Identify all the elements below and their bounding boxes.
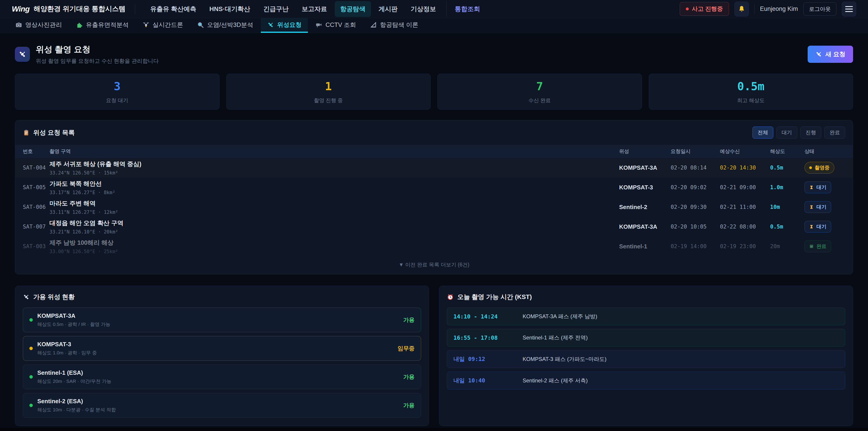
status-badge: 대기 [804,182,831,193]
expected-time: 02-21 11:00 [720,204,770,210]
satellite-state: 가용 [403,373,414,380]
pass-desc: Sentinel-2 패스 (제주 서측) [523,377,588,384]
nav-item-board[interactable]: 게시판 [373,1,403,17]
satellite-info: KOMPSAT-3 해상도 1.0m · 광학 · 임무 중 [37,341,97,356]
check-square-icon [809,244,814,249]
area-name: 마라도 주변 해역 [50,199,619,208]
status-cell: 대기 [804,221,845,233]
request-id: SAT-007 [23,223,50,230]
satellite-card[interactable]: Sentinel-2 (ESA) 해상도 10m · 다분광 · 수질 분석 적… [23,393,421,418]
expected-time: 02-22 08:00 [720,223,770,230]
nav-item-rescue[interactable]: 긴급구난 [258,1,294,17]
area-cell: 제주 남방 100해리 해상 33.00°N 126.50°E · 25km² [50,239,619,254]
nav-item-reports[interactable]: 보고자료 [296,1,333,17]
tab-cctv[interactable]: CCTV 조회 [309,18,362,33]
satellite-card[interactable]: KOMPSAT-3A 해상도 0.5m · 광학 / IR · 촬영 가능 가용 [23,308,421,332]
status-cell: 촬영중 [804,162,845,174]
page-subtitle: 위성 촬영 임무를 요청하고 수신 현황을 관리합니다 [36,57,159,65]
request-list-header: 위성 요청 목록 전체 대기 진행 완료 [15,120,853,145]
show-more-link[interactable]: ▼ 이전 완료 목록 더보기 (6건) [15,256,853,274]
tab-label: 오염/선박3D분석 [207,21,253,29]
table-row[interactable]: SAT-007 대정읍 해안 오염 확산 구역 33.21°N 126.10°E… [15,217,853,237]
tab-oil-area-analysis[interactable]: 유출유면적분석 [70,18,135,33]
area-name: 제주 남방 100해리 해상 [50,239,619,247]
satellite-name: KOMPSAT-3A [619,223,671,230]
satellite-card[interactable]: KOMPSAT-3 해상도 1.0m · 광학 · 임무 중 임무중 [23,336,421,361]
main-nav: 유출유 확산예측 HNS·대기확산 긴급구난 보고자료 항공탐색 게시판 기상정… [145,1,680,17]
table-row[interactable]: SAT-004 제주 서귀포 해상 (유출 해역 중심) 33.24°N 126… [15,158,853,178]
filter-done[interactable]: 완료 [825,127,845,138]
app-title: 해양환경 위기대응 통합시스템 [34,4,126,13]
satellite-desc: 해상도 1.0m · 광학 · 임무 중 [37,350,97,356]
filter-in-progress[interactable]: 진행 [800,127,821,138]
cctv-icon [315,22,322,28]
satellite-card[interactable]: Sentinel-1 (ESA) 해상도 20m · SAR · 야간/우천 가… [23,365,421,389]
area-cell: 제주 서귀포 해상 (유출 해역 중심) 33.24°N 126.50°E · … [50,160,619,176]
filter-waiting[interactable]: 대기 [776,127,797,138]
brand[interactable]: Wing 해양환경 위기대응 통합시스템 [12,4,125,13]
satellite-icon [23,294,30,300]
stat-label: 수신 완료 [440,97,640,104]
col-satellite: 위성 [619,148,671,155]
nav-item-aerial-search[interactable]: 항공탐색 [335,1,371,17]
pass-row[interactable]: 내일 10:40 Sentinel-2 패스 (제주 서측) [447,372,845,390]
satellite-name: KOMPSAT-3 [37,341,97,348]
page-header: 위성 촬영 요청 위성 촬영 임무를 요청하고 수신 현황을 관리합니다 새 요… [15,44,853,65]
status-label: 대기 [816,223,827,230]
stat-label: 요청 대기 [18,97,217,104]
area-coords: 33.17°N 126.27°E · 8km² [50,190,619,195]
nav-item-oil-spill[interactable]: 유출유 확산예측 [145,1,202,17]
pass-desc: KOMPSAT-3A 패스 (제주 남방) [523,313,597,320]
area-cell: 마라도 주변 해역 33.11°N 126.27°E · 12km² [50,199,619,215]
stat-card-pending: 3 요청 대기 [15,74,219,110]
alarm-clock-icon [447,294,454,300]
new-request-button[interactable]: 새 요청 [808,45,853,63]
pass-row[interactable]: 내일 09:12 KOMPSAT-3 패스 (가파도~마라도) [447,350,845,368]
stat-value: 0.5m [651,80,851,93]
pass-row[interactable]: 14:10 - 14:24 KOMPSAT-3A 패스 (제주 남방) [447,308,845,325]
pass-desc: Sentinel-1 패스 (제주 전역) [523,334,588,341]
tab-pollution-ship-3d[interactable]: 오염/선박3D분석 [191,18,259,33]
hamburger-icon [845,6,853,12]
magnifier-icon [197,22,204,28]
satellite-name: Sentinel-2 [619,204,671,211]
pass-times-panel: 오늘 촬영 가능 시간 (KST) 14:10 - 14:24 KOMPSAT-… [439,286,853,426]
stat-label: 촬영 진행 중 [229,97,428,104]
filter-all[interactable]: 전체 [752,127,773,138]
stat-value: 1 [229,80,428,93]
clipboard-icon [23,129,30,136]
sub-navigation: 영상사진관리 유출유면적분석 실시간드론 오염/선박3D분석 위성요청 [0,18,868,33]
table-row[interactable]: SAT-003 제주 남방 100해리 해상 33.00°N 126.50°E … [15,237,853,256]
table-row[interactable]: SAT-005 가파도 북쪽 해안선 33.17°N 126.27°E · 8k… [15,178,853,197]
pass-time: 14:10 - 14:24 [454,313,517,320]
pass-time: 내일 09:12 [454,355,517,363]
status-badge: 대기 [804,221,831,233]
nav-item-weather[interactable]: 기상정보 [405,1,441,17]
app-logo: Wing [12,4,30,13]
expected-time: 02-20 14:30 [720,164,770,171]
area-cell: 대정읍 해안 오염 확산 구역 33.21°N 126.10°E · 20km² [50,219,619,235]
notifications-button[interactable] [735,2,749,17]
satellite-name: KOMPSAT-3 [619,184,671,191]
pass-row[interactable]: 16:55 - 17:08 Sentinel-1 패스 (제주 전역) [447,329,845,346]
tab-realtime-drone[interactable]: 실시간드론 [136,18,189,33]
tab-image-photo-management[interactable]: 영상사진관리 [9,18,68,33]
area-name: 가파도 북쪽 해안선 [50,180,619,188]
pass-time: 16:55 - 17:08 [454,335,517,341]
resolution: 10m [770,204,804,210]
stat-card-received: 7 수신 완료 [437,74,642,110]
area-name: 대정읍 해안 오염 확산 구역 [50,219,619,227]
nav-item-integrated-search[interactable]: 통합조회 [446,1,486,17]
menu-button[interactable] [842,2,856,17]
tab-aerial-search-theory[interactable]: 항공탐색 이론 [364,18,425,33]
table-row[interactable]: SAT-006 마라도 주변 해역 33.11°N 126.27°E · 12k… [15,197,853,217]
hourglass-icon [809,224,814,229]
status-badge: 완료 [804,241,831,252]
tab-satellite-request[interactable]: 위성요청 [261,18,308,33]
tab-label: 유출유면적분석 [86,21,129,29]
logout-button[interactable]: 로그아웃 [803,2,836,16]
incident-status-badge[interactable]: 사고 진행중 [680,2,729,16]
nav-item-hns[interactable]: HNS·대기확산 [204,1,255,17]
page-icon [15,47,30,62]
stat-value: 7 [440,80,640,93]
